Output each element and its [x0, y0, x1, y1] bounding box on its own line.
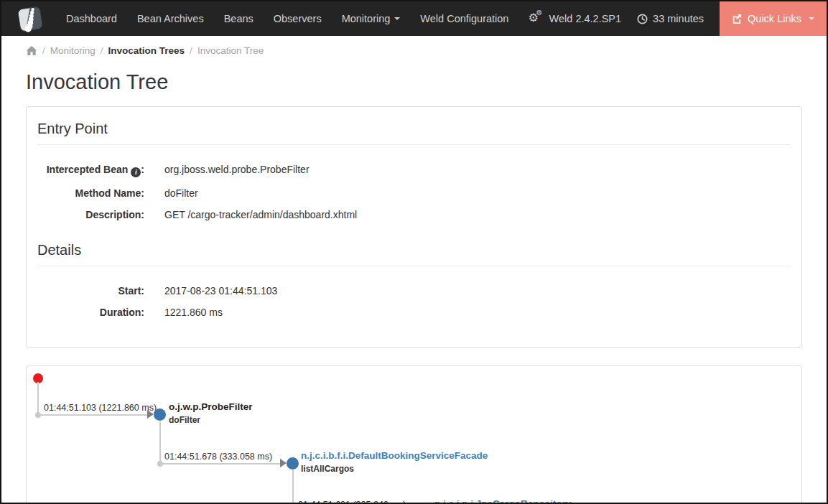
breadcrumb-separator: /: [101, 45, 103, 56]
bean-link[interactable]: n.j.c.i.p.j.JpaCargoRepository: [434, 498, 572, 504]
field-value: doFilter: [164, 187, 198, 199]
breadcrumb-monitoring[interactable]: Monitoring: [50, 45, 96, 56]
breadcrumb-separator: /: [190, 45, 192, 56]
nav-weld-configuration[interactable]: Weld Configuration: [410, 1, 518, 36]
tree-connector-line: [292, 470, 294, 504]
bean-node-circle[interactable]: [287, 457, 299, 470]
uptime-label: 33 minutes: [653, 13, 704, 24]
invocation-time: 01:44:51.681 (325.846 ms): [298, 500, 406, 504]
nav-dashboard[interactable]: Dashboard: [56, 1, 127, 36]
breadcrumb-separator: /: [42, 45, 45, 56]
field-start: Start 2017-08-23 01:44:51.103: [37, 285, 791, 297]
bean-method: listAllCargos: [301, 464, 354, 474]
entry-point-heading: Entry Point: [37, 118, 791, 145]
breadcrumb-invocation-trees[interactable]: Invocation Trees: [108, 45, 185, 56]
quick-links-label: Quick Links: [748, 13, 801, 24]
field-value: GET /cargo-tracker/admin/dashboard.xhtml: [164, 209, 357, 220]
tree-connector-line: [160, 463, 280, 465]
nav-observers[interactable]: Observers: [264, 1, 332, 36]
bean-link[interactable]: n.j.c.i.b.f.i.DefaultBookingServiceFacad…: [301, 450, 488, 461]
details-fields: Start 2017-08-23 01:44:51.103 Duration 1…: [37, 266, 791, 337]
weld-logo[interactable]: [1, 1, 56, 36]
field-label: Start: [37, 285, 144, 297]
field-label: Description: [37, 209, 144, 220]
browser-viewport: Dashboard Bean Archives Beans Observers …: [0, 0, 828, 504]
field-label: Duration: [37, 307, 144, 318]
invocation-time: 01:44:51.678 (333.058 ms): [164, 452, 272, 462]
chevron-down-icon: [809, 17, 814, 20]
details-heading: Details: [37, 239, 791, 266]
bean-method: doFilter: [169, 415, 200, 425]
weld-logo-icon: [16, 4, 45, 33]
invocation-tree-panel: 01:44:51.103 (1221.860 ms) o.j.w.p.Probe…: [26, 365, 802, 504]
home-icon[interactable]: [26, 45, 37, 56]
invocation-tree-diagram: 01:44:51.103 (1221.860 ms) o.j.w.p.Probe…: [27, 366, 801, 504]
tree-connector-line: [159, 421, 161, 464]
breadcrumb-invocation-tree: Invocation Tree: [197, 45, 264, 56]
field-label: Method Name: [37, 187, 144, 199]
page-title: Invocation Tree: [26, 70, 802, 94]
cogs-icon: ⚙⚙: [529, 11, 544, 26]
info-icon[interactable]: [131, 167, 141, 177]
nav-monitoring[interactable]: Monitoring: [332, 1, 411, 36]
main-nav: Dashboard Bean Archives Beans Observers …: [56, 1, 518, 36]
invocation-time: 01:44:51.103 (1221.860 ms): [44, 403, 157, 413]
field-method-name: Method Name doFilter: [37, 187, 791, 199]
field-description: Description GET /cargo-tracker/admin/das…: [37, 209, 791, 220]
bean-name: o.j.w.p.ProbeFilter: [169, 401, 253, 412]
external-link-icon: [732, 14, 742, 24]
field-value: org.jboss.weld.probe.ProbeFilter: [164, 164, 310, 175]
field-value: 2017-08-23 01:44:51.103: [164, 285, 277, 297]
nav-bean-archives[interactable]: Bean Archives: [127, 1, 214, 36]
weld-version-status: ⚙⚙ Weld 2.4.2.SP1: [529, 1, 622, 36]
field-intercepted-bean: Intercepted Bean org.jboss.weld.probe.Pr…: [37, 164, 791, 177]
entry-point-panel: Entry Point Intercepted Bean org.jboss.w…: [26, 106, 802, 348]
tree-connector-line: [37, 382, 39, 415]
chevron-down-icon: [394, 17, 400, 20]
field-label: Intercepted Bean: [37, 164, 144, 177]
top-navbar: Dashboard Bean Archives Beans Observers …: [1, 1, 827, 36]
quick-links-button[interactable]: Quick Links: [720, 1, 827, 36]
nav-beans[interactable]: Beans: [214, 1, 264, 36]
field-value: 1221.860 ms: [164, 307, 223, 318]
breadcrumb: / Monitoring / Invocation Trees / Invoca…: [26, 45, 802, 56]
field-duration: Duration 1221.860 ms: [37, 307, 791, 318]
arrow-right-icon: [280, 459, 287, 467]
uptime-status: 33 minutes: [637, 1, 704, 36]
tree-connector-line: [38, 414, 148, 416]
clock-icon: [637, 14, 648, 24]
bean-node-circle[interactable]: [154, 409, 166, 421]
navbar-right-group: ⚙⚙ Weld 2.4.2.SP1 33 minutes Quick Links: [529, 1, 827, 36]
weld-version-label: Weld 2.4.2.SP1: [549, 13, 622, 24]
entry-point-fields: Intercepted Bean org.jboss.weld.probe.Pr…: [37, 145, 791, 239]
